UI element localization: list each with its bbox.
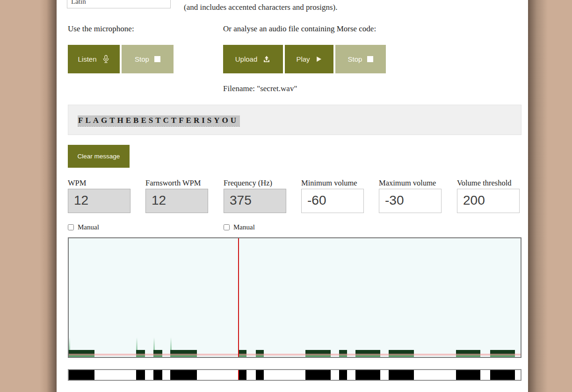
param-input[interactable] (301, 189, 364, 213)
charset-select[interactable]: Latin (67, 0, 171, 8)
parameters-panel: WPMManualFarnsworth WPMFrequency (Hz)Man… (68, 178, 521, 231)
morse-segment (136, 370, 145, 380)
upload-button[interactable]: Upload (223, 45, 283, 73)
listen-button-label: Listen (78, 55, 96, 63)
upload-icon (262, 55, 271, 64)
manual-toggle[interactable]: Manual (224, 223, 255, 231)
manual-checkbox[interactable] (68, 224, 74, 230)
spectrogram-playhead (238, 238, 239, 357)
mic-stop-button[interactable]: Stop (122, 45, 174, 73)
mic-stop-button-label: Stop (135, 55, 149, 63)
morse-segment (170, 370, 197, 380)
param-label: Maximum volume (379, 178, 442, 188)
clear-message-label: Clear message (78, 153, 120, 160)
spectrogram-canvas (68, 237, 521, 358)
signal-wisp (170, 337, 172, 350)
morse-segment (239, 370, 246, 380)
microphone-icon (102, 55, 110, 64)
signal-wisp (153, 337, 155, 350)
morse-segment (389, 370, 414, 380)
morse-segment (69, 370, 94, 380)
play-button-label: Play (296, 55, 310, 63)
morse-segment (153, 370, 162, 380)
upload-button-label: Upload (235, 55, 258, 63)
param-label: Volume threshold (457, 178, 520, 188)
param-label: WPM (68, 178, 130, 188)
param-col-minimum-volume: Minimum volume (301, 178, 364, 188)
clear-message-button[interactable]: Clear message (68, 145, 130, 168)
param-input (145, 189, 208, 213)
param-col-volume-threshold: Volume threshold (457, 178, 520, 188)
param-input (68, 189, 130, 213)
morse-segment (305, 370, 331, 380)
filename-text: Filename: "secret.wav" (223, 84, 297, 93)
morse-segment (490, 370, 515, 380)
file-stop-button-label: Stop (348, 55, 362, 63)
manual-checkbox[interactable] (224, 224, 230, 230)
param-col-wpm: WPMManual (68, 178, 130, 188)
volume-threshold-line (69, 354, 521, 356)
page-right-shadow (528, 0, 548, 392)
morse-segment (256, 370, 264, 380)
play-icon (315, 56, 322, 63)
charset-note: (and includes accented characters and pr… (184, 3, 338, 12)
stop-icon (367, 56, 373, 62)
file-section-label: Or analyse an audio file containing Mors… (223, 24, 376, 34)
decoded-message-text: FLAGTHEBESTCTFERISYOU (78, 115, 240, 127)
param-col-maximum-volume: Maximum volume (379, 178, 442, 188)
param-col-frequency-hz-: Frequency (Hz)Manual (224, 178, 286, 188)
timing-strip-playhead (238, 370, 239, 380)
file-stop-button[interactable]: Stop (335, 45, 386, 73)
stop-icon (154, 56, 160, 62)
param-input[interactable] (457, 189, 520, 213)
param-col-farnsworth-wpm: Farnsworth WPM (145, 178, 208, 188)
manual-label: Manual (233, 223, 255, 231)
charset-select-value: Latin (71, 0, 86, 5)
param-input[interactable] (379, 189, 442, 213)
morse-segment (355, 370, 380, 380)
param-input (224, 189, 286, 213)
play-button[interactable]: Play (285, 45, 333, 73)
main-content: Latin (and includes accented characters … (57, 0, 528, 392)
param-label: Minimum volume (301, 178, 364, 188)
param-label: Frequency (Hz) (224, 178, 286, 188)
morse-segment (339, 370, 347, 380)
param-label: Farnsworth WPM (145, 178, 208, 188)
morse-timing-strip (68, 369, 521, 381)
signal-wisp (69, 337, 70, 350)
page-left-shadow (0, 0, 57, 392)
signal-wisp (136, 337, 138, 350)
listen-button[interactable]: Listen (68, 45, 120, 73)
manual-toggle[interactable]: Manual (68, 223, 99, 231)
manual-label: Manual (78, 223, 99, 231)
morse-segment (456, 370, 480, 380)
decoded-message-box[interactable]: FLAGTHEBESTCTFERISYOU (68, 105, 521, 135)
microphone-section-label: Use the microphone: (68, 24, 134, 34)
